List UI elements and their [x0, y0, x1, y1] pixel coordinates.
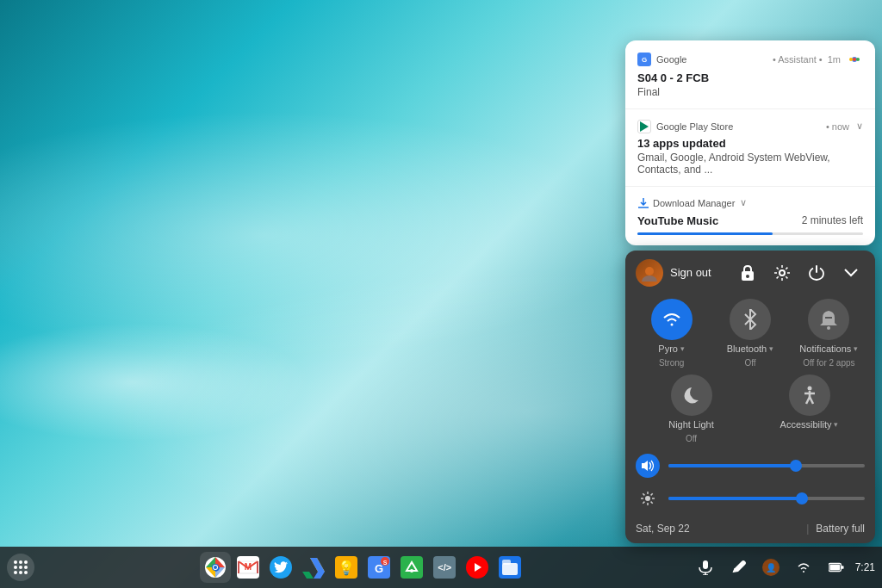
- battery-button[interactable]: [823, 554, 850, 581]
- notif-app-name-playstore: Google Play Store: [656, 121, 821, 132]
- svg-rect-35: [841, 566, 843, 569]
- googledocs-icon: G S: [368, 556, 390, 579]
- brightness-slider-track[interactable]: [668, 497, 865, 500]
- bluetooth-toggle[interactable]: Bluetooth ▾ Off: [714, 299, 786, 368]
- taskbar-app-googledocs[interactable]: G S: [363, 552, 394, 583]
- notification-play-store[interactable]: Google Play Store • now ∨ 13 apps update…: [625, 109, 875, 187]
- account-button[interactable]: 👤: [757, 554, 785, 581]
- taskbar-app-feedly[interactable]: [396, 552, 427, 583]
- brightness-slider-fill: [668, 497, 802, 500]
- youtube-icon: [466, 556, 488, 579]
- account-avatar: 👤: [762, 559, 780, 576]
- chrome-icon: [204, 556, 227, 579]
- taskbar-app-keep[interactable]: 💡: [331, 552, 362, 583]
- svg-point-0: [14, 560, 17, 564]
- svg-point-59: [645, 496, 650, 501]
- launcher-button[interactable]: [7, 554, 34, 581]
- volume-slider-thumb[interactable]: [790, 460, 802, 472]
- qs-sliders: [625, 450, 875, 517]
- user-avatar[interactable]: [636, 259, 663, 287]
- svg-point-8: [24, 571, 28, 574]
- notifications-sublabel: Off for 2 apps: [803, 358, 854, 368]
- svg-point-41: [856, 58, 860, 61]
- stylus-button[interactable]: [724, 554, 752, 581]
- qs-toggle-row1: Pyro ▾ Strong Bluetooth ▾ Off: [625, 295, 875, 374]
- notifications-arrow: ▾: [854, 344, 858, 353]
- svg-text:💡: 💡: [338, 560, 355, 576]
- notif-body-google: Final: [637, 86, 863, 98]
- brightness-slider-icon[interactable]: [636, 486, 660, 511]
- taskbar-app-chrome[interactable]: [200, 552, 231, 583]
- play-store-app-icon: [637, 120, 651, 133]
- bluetooth-label: Bluetooth: [727, 344, 767, 355]
- bluetooth-toggle-btn[interactable]: [730, 299, 771, 340]
- feedly-icon: [401, 556, 423, 579]
- night-light-toggle-btn[interactable]: [671, 374, 712, 416]
- svg-marker-19: [310, 558, 325, 579]
- volume-slider-track[interactable]: [668, 464, 865, 467]
- svg-rect-29: [502, 563, 518, 575]
- qs-date: Sat, Sep 22: [636, 523, 799, 535]
- power-button[interactable]: [803, 259, 830, 287]
- svg-marker-43: [640, 121, 649, 132]
- svg-line-64: [643, 493, 644, 495]
- text-icon: </>: [433, 556, 456, 579]
- sign-out-button[interactable]: Sign out: [670, 266, 727, 279]
- night-light-label: Night Light: [668, 419, 714, 430]
- notifications-toggle-btn[interactable]: [808, 299, 849, 340]
- lock-button[interactable]: [734, 259, 761, 287]
- stylus-icon: [730, 560, 746, 575]
- notification-google-assistant[interactable]: G Google • Assistant • 1m S04 0 - 2 FCB: [625, 40, 875, 109]
- accessibility-toggle-btn[interactable]: [789, 374, 830, 416]
- volume-slider-icon[interactable]: [636, 454, 660, 478]
- wifi-toggle[interactable]: Pyro ▾ Strong: [636, 299, 707, 368]
- svg-rect-30: [502, 560, 511, 565]
- network-button[interactable]: [790, 554, 817, 581]
- lock-icon: [741, 265, 755, 281]
- qs-topbar: Sign out: [625, 251, 875, 295]
- notifications-toggle[interactable]: Notifications ▾ Off for 2 apps: [793, 299, 865, 368]
- drive-icon: [302, 556, 325, 579]
- taskbar-app-gmail[interactable]: M: [233, 552, 264, 583]
- expand-button[interactable]: [837, 259, 865, 287]
- svg-marker-58: [642, 461, 648, 471]
- taskbar-app-youtube[interactable]: [462, 552, 493, 583]
- bluetooth-arrow: ▾: [769, 344, 773, 353]
- svg-text:G: G: [642, 56, 647, 64]
- taskbar-right: 👤 7:21: [692, 554, 875, 581]
- accessibility-toggle[interactable]: Accessibility ▾: [754, 374, 865, 443]
- wifi-label: Pyro: [658, 344, 678, 355]
- quick-settings-panel: Sign out: [625, 251, 875, 543]
- accessibility-icon: [799, 385, 820, 405]
- notif-assistant-dot: • Assistant •: [773, 54, 823, 65]
- taskbar-app-files[interactable]: [494, 552, 525, 583]
- notif-app-name-download: Download Manager: [653, 198, 735, 208]
- svg-point-46: [642, 275, 657, 282]
- notification-download[interactable]: Download Manager ∨ YouTube Music 2 minut…: [625, 187, 875, 245]
- notif-title-google: S04 0 - 2 FCB: [637, 71, 863, 84]
- qs-toggle-row2: Night Light Off Accessibility: [625, 374, 875, 450]
- svg-point-3: [14, 566, 17, 569]
- mic-button[interactable]: [692, 554, 719, 581]
- svg-point-40: [853, 58, 856, 61]
- battery-icon: [829, 560, 844, 575]
- svg-text:M: M: [245, 562, 252, 572]
- svg-point-4: [19, 566, 22, 569]
- notifications-label: Notifications: [799, 344, 851, 355]
- taskbar-app-twitter[interactable]: [265, 552, 296, 583]
- taskbar-app-text[interactable]: </>: [429, 552, 460, 583]
- svg-point-53: [807, 386, 811, 390]
- power-icon: [809, 265, 824, 281]
- svg-text:S: S: [383, 560, 388, 566]
- settings-button[interactable]: [768, 259, 796, 287]
- brightness-slider-thumb[interactable]: [796, 492, 808, 504]
- notification-cards: G Google • Assistant • 1m S04 0 - 2 FCB: [625, 40, 875, 245]
- volume-slider-fill: [668, 464, 796, 467]
- taskbar-app-drive[interactable]: [298, 552, 329, 583]
- notif-body-playstore: Gmail, Google, Android System WebView, C…: [637, 152, 863, 176]
- twitter-icon: [270, 556, 292, 579]
- night-light-toggle[interactable]: Night Light Off: [636, 374, 747, 443]
- notif-download-chevron: ∨: [740, 197, 747, 208]
- notif-app-name-google: Google: [656, 54, 766, 65]
- wifi-toggle-btn[interactable]: [651, 299, 693, 340]
